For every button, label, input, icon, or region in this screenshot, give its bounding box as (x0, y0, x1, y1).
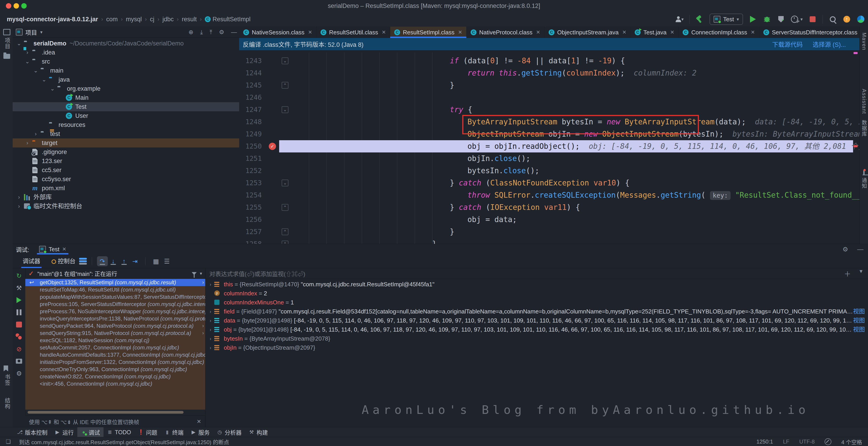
line-number[interactable]: 1246 (239, 91, 262, 103)
stack-frame-row[interactable]: preProcess:105, ServerStatusDiffIntercep… (25, 301, 205, 308)
bookmark-flag-icon[interactable] (4, 365, 8, 371)
toolwindow-button-services[interactable]: ▶服务 (187, 427, 213, 437)
thread-selector[interactable]: ✓ "main"@1 在组“main”: 正在运行 ▾ (25, 268, 205, 279)
tree-item-pomxml[interactable]: mpom.xml (13, 184, 239, 193)
profiler-run-button[interactable]: ▾ (791, 14, 803, 24)
chevron-collapsed-icon[interactable]: › (16, 193, 22, 202)
sidebar-item-bookmarks[interactable]: 书签 (3, 374, 11, 386)
line-number[interactable]: 1252 (239, 165, 262, 177)
stack-frame-row[interactable]: connectOneTryOnly:963, ConnectionImpl (c… (25, 366, 205, 373)
toolwindow-button-problem[interactable]: ❗问题 (135, 427, 161, 437)
tree-item-idea[interactable]: ›.idea (13, 48, 239, 57)
line-number[interactable]: 1253 (239, 177, 262, 189)
line-number[interactable]: 1247 (239, 103, 262, 116)
editor-tab[interactable]: CNativeSession.class✕ (239, 27, 316, 38)
view-link[interactable]: 视图 (853, 325, 865, 334)
stack-frame-row[interactable]: initializePropsFromServer:1322, Connecti… (25, 358, 205, 366)
frame-chevron-icon[interactable]: › (202, 315, 204, 322)
close-tab-icon[interactable]: ✕ (308, 29, 312, 35)
line-number[interactable]: 1243 (239, 55, 262, 67)
folder-icon[interactable] (3, 54, 10, 59)
stack-frame-row[interactable]: execSQL:1182, NativeSession (com.mysql.c… (25, 337, 205, 344)
chevron-down-icon[interactable]: ▼ (859, 268, 864, 278)
debug-minimize-icon[interactable]: — (857, 246, 864, 253)
frame-chevron-icon[interactable]: › (202, 279, 204, 286)
line-number[interactable]: 1249 (239, 128, 262, 140)
readonly-pen-icon[interactable] (825, 438, 831, 445)
close-tab-icon[interactable]: ✕ (622, 29, 626, 35)
line-number[interactable]: 1248 (239, 116, 262, 128)
rerun-button[interactable]: ↻ (16, 272, 23, 279)
sidebar-item-project[interactable]: 项目 (3, 37, 11, 49)
breadcrumb-item[interactable]: jdbc (162, 16, 174, 23)
debug-settings-gear-icon[interactable]: ⚙ (842, 246, 848, 253)
view-link[interactable]: 视图 (853, 316, 865, 325)
stop-button[interactable] (809, 14, 817, 24)
tree-item-src[interactable]: ⌄src (13, 57, 239, 66)
editor-tab[interactable]: CResultSetUtil.class✕ (316, 27, 390, 38)
variable-row-objin[interactable]: ›objIn = {ObjectInputStream@2097} (205, 343, 868, 352)
editor-tab[interactable]: CResultSetImpl.class✕ (390, 27, 467, 38)
tree-item-gitignore[interactable]: .gitignore (13, 147, 239, 156)
sidebar-item-notifications[interactable]: 通知 (860, 178, 868, 189)
modify-run-config-wrench-icon[interactable]: ⚒ (16, 284, 23, 292)
fold-expand-icon[interactable]: ⌃ (282, 204, 288, 211)
chevron-collapsed-icon[interactable]: › (207, 307, 214, 316)
tab-debugger[interactable]: 调试器 (21, 255, 41, 268)
notifications-bell-icon[interactable] (863, 171, 865, 175)
layout-restore-icon[interactable]: ❏ (6, 439, 11, 445)
tab-console[interactable]: 控制台 (50, 255, 77, 268)
layout-settings-icon[interactable]: ☰ (161, 256, 172, 266)
expand-all-icon[interactable]: ⤓ (200, 29, 203, 36)
close-tab-icon[interactable]: ✕ (670, 29, 674, 35)
stack-frame-row[interactable]: <init>:456, ConnectionImpl (com.mysql.cj… (25, 380, 205, 387)
chevron-collapsed-icon[interactable]: › (33, 129, 39, 139)
tree-item-test[interactable]: ›test (13, 129, 239, 139)
chevron-expanded-icon[interactable]: ⌄ (49, 84, 56, 93)
toolwindow-button-branch[interactable]: ⎇版本控制 (13, 427, 51, 437)
stack-frame-row[interactable]: sendQueryString:915, NativeProtocol (com… (25, 329, 205, 337)
frame-chevron-icon[interactable]: › (202, 329, 204, 337)
chevron-down-icon[interactable]: ▾ (40, 29, 42, 35)
sidebar-item-assistant[interactable]: Assistant (861, 89, 867, 114)
chevron-collapsed-icon[interactable]: › (16, 202, 22, 211)
tree-item-cc5ysoser[interactable]: cc5yso.ser (13, 175, 239, 184)
variable-row-columnindex[interactable]: pcolumnIndex = 2 (205, 289, 868, 298)
code-editor[interactable]: 1243⌄if (data[0] != -84 || data[1] != -1… (239, 50, 860, 244)
user-account-icon[interactable]: ▾ (675, 14, 684, 24)
mute-breakpoints-icon[interactable]: ⊘ (16, 345, 23, 353)
run-to-cursor-button[interactable]: ⇥ (129, 256, 141, 266)
fold-expand-icon[interactable]: ⌃ (282, 82, 288, 89)
evaluate-expression-button[interactable]: ▦ (151, 256, 161, 266)
tree-item-[interactable]: ›临时文件和控制台 (13, 202, 239, 211)
tree-item-main[interactable]: ⌄main (13, 66, 239, 75)
debug-session-tab[interactable]: Test ✕ (37, 244, 68, 255)
editor-tab[interactable]: CObjectInputStream.java✕ (545, 27, 631, 38)
frames-horizontal-scrollbar[interactable] (28, 411, 184, 414)
tree-item-main[interactable]: CMain (13, 93, 239, 102)
close-tab-icon[interactable]: ✕ (751, 29, 755, 35)
breadcrumb-item[interactable]: cj (150, 16, 154, 23)
stack-frame-row[interactable]: ↩getObject:1325, ResultSetImpl (com.mysq… (25, 279, 205, 286)
close-tab-icon[interactable]: ✕ (458, 29, 462, 35)
build-hammer-icon[interactable] (695, 14, 704, 24)
frame-chevron-icon[interactable]: › (202, 301, 204, 308)
chevron-collapsed-icon[interactable]: › (207, 343, 214, 352)
line-number[interactable]: 1258 (239, 238, 262, 244)
tree-item-java[interactable]: ⌄java (13, 75, 239, 84)
breadcrumb-item[interactable]: result (182, 16, 197, 23)
stop-debug-button[interactable] (16, 321, 23, 328)
run-configuration-select[interactable]: Test ▾ (710, 13, 743, 25)
chevron-collapsed-icon[interactable]: › (24, 48, 31, 57)
chevron-expanded-icon[interactable]: ⌄ (41, 75, 47, 84)
collapse-all-icon[interactable]: ⤒ (210, 29, 212, 36)
frame-chevron-icon[interactable]: › (202, 322, 204, 329)
filter-funnel-icon[interactable] (192, 272, 197, 275)
tree-item-user[interactable]: CUser (13, 111, 239, 120)
line-number[interactable]: 1257 (239, 226, 262, 238)
variable-row-this[interactable]: ›this = {ResultSetImpl@1470} "com.mysql.… (205, 280, 868, 289)
toolwindow-button-terminal[interactable]: ▮终端 (161, 427, 187, 437)
editor-tab[interactable]: CTest.java✕ (631, 27, 679, 38)
sidebar-item-database[interactable]: 数据库 (860, 120, 868, 137)
stack-frame-row[interactable]: handleAutoCommitDefaults:1377, Connectio… (25, 351, 205, 358)
